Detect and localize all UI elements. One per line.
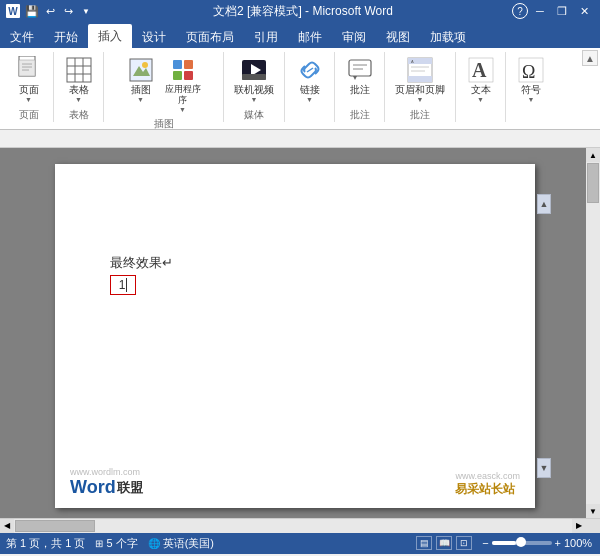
ribbon-group-links: 链接 ▼ [285,52,335,122]
scroll-thumb-h[interactable] [15,520,95,532]
ribbon-group-text: A 文本 ▼ [456,52,506,122]
scroll-down-arrow[interactable]: ▼ [586,504,600,518]
zoom-thumb[interactable] [516,537,526,547]
tab-review[interactable]: 审阅 [332,26,376,48]
scroll-track-v[interactable] [586,162,600,504]
watermark-brand: Word 联盟 [70,477,143,498]
page-nav-up[interactable]: ▲ [537,194,551,214]
document-area: ▲ ▼ 最终效果↵ 1 [0,148,600,518]
zoom-in-btn[interactable]: + [555,537,561,549]
ribbon-collapse-button[interactable]: ▲ [582,50,598,66]
comment-icon [346,56,374,84]
word-count[interactable]: ⊞ 5 个字 [95,536,137,551]
minimize-button[interactable]: ─ [530,3,550,19]
headerfooter-button[interactable]: A 页眉和页脚 ▼ [391,54,449,105]
zoom-track[interactable] [492,541,552,545]
svg-rect-14 [184,60,193,69]
svg-text:A: A [472,59,487,81]
undo-quick-btn[interactable]: ↩ [42,3,58,19]
ribbon-content: 页面 ▼ 页面 表格 ▼ 表格 [0,48,600,130]
illustration-icon [127,56,155,84]
language[interactable]: 🌐 英语(美国) [148,536,214,551]
headerfooter-group-label: 批注 [410,108,430,122]
scroll-thumb-v[interactable] [587,163,599,203]
content-label: 最终效果↵ [110,254,485,272]
ribbon-group-comments: 批注 批注 [335,52,385,122]
page-nav-down[interactable]: ▼ [537,458,551,478]
headerfooter-icon: A [406,56,434,84]
tab-design[interactable]: 设计 [132,26,176,48]
tab-file[interactable]: 文件 [0,26,44,48]
watermark-right-url: www.easck.com [455,471,520,481]
zoom-fill [492,541,516,545]
word-count-text: 5 个字 [106,536,137,551]
text-cursor-indicator [126,278,127,292]
save-quick-btn[interactable]: 💾 [24,3,40,19]
watermark-url: www.wordlm.com [70,467,143,477]
svg-rect-21 [349,60,371,76]
online-video-button[interactable]: 联机视频 ▼ [230,54,278,105]
pages-buttons: 页面 ▼ [11,54,47,106]
illustrations-button[interactable]: 插图 ▼ [123,54,159,105]
page-info[interactable]: 第 1 页，共 1 页 [6,536,85,551]
svg-text:Ω: Ω [522,62,535,82]
tables-button[interactable]: 表格 ▼ [61,54,97,105]
watermark-area: www.wordlm.com Word 联盟 www.easck.com 易采站… [55,467,535,498]
web-layout-btn[interactable]: ⊡ [456,536,472,550]
online-video-label: 联机视频 [234,84,274,96]
language-text: 英语(美国) [163,536,214,551]
tables-buttons: 表格 ▼ [61,54,97,106]
text-cursor-box[interactable]: 1 [110,275,136,295]
pages-button[interactable]: 页面 ▼ [11,54,47,105]
restore-button[interactable]: ❒ [552,3,572,19]
zoom-out-btn[interactable]: − [482,537,488,549]
reading-btn[interactable]: 📖 [436,536,452,550]
ribbon-group-header-footer: A 页眉和页脚 ▼ 批注 [385,52,456,122]
title-bar: W 💾 ↩ ↪ ▼ 文档2 [兼容模式] - Microsoft Word ? … [0,0,600,22]
text-button[interactable]: A 文本 ▼ [463,54,499,105]
cursor-text: 1 [119,278,126,292]
zoom-level[interactable]: 100% [564,537,594,549]
comments-buttons: 批注 [342,54,378,106]
help-button[interactable]: ? [512,3,528,19]
tab-addins[interactable]: 加载项 [420,26,476,48]
links-button[interactable]: 链接 ▼ [292,54,328,105]
scroll-up-arrow[interactable]: ▲ [586,148,600,162]
symbols-label: 符号 [521,84,541,96]
tab-references[interactable]: 引用 [244,26,288,48]
tab-layout[interactable]: 页面布局 [176,26,244,48]
headerfooter-buttons: A 页眉和页脚 ▼ [391,54,449,106]
svg-marker-24 [353,76,357,80]
app-button[interactable]: 应用程序序 ▼ [161,54,205,115]
tab-insert[interactable]: 插入 [88,24,132,48]
text-label: 文本 [471,84,491,96]
omega-icon: Ω [517,56,545,84]
svg-rect-5 [67,58,91,82]
ribbon-group-pages: 页面 ▼ 页面 [4,52,54,122]
svg-rect-1 [19,60,35,76]
customize-quick-btn[interactable]: ▼ [78,3,94,19]
table-icon [65,56,93,84]
close-button[interactable]: ✕ [574,3,594,19]
tab-view[interactable]: 视图 [376,26,420,48]
scroll-track-h[interactable] [14,519,572,533]
language-icon: 🌐 [148,538,160,549]
video-icon [240,56,268,84]
print-layout-btn[interactable]: ▤ [416,536,432,550]
scroll-left-arrow[interactable]: ◀ [0,519,14,533]
scroll-right-arrow[interactable]: ▶ [572,519,586,533]
tables-group-label: 表格 [69,108,89,122]
tab-mailings[interactable]: 邮件 [288,26,332,48]
scrollbar-corner [586,519,600,533]
symbols-button[interactable]: Ω 符号 ▼ [513,54,549,105]
redo-quick-btn[interactable]: ↪ [60,3,76,19]
word-brand: Word [70,477,116,498]
tab-home[interactable]: 开始 [44,26,88,48]
ribbon-group-media: 联机视频 ▼ 媒体 [224,52,285,122]
pages-group-label: 页面 [19,108,39,122]
cursor-area[interactable]: 1 [110,275,136,295]
word-count-icon: ⊞ [95,538,103,549]
comments-button[interactable]: 批注 [342,54,378,98]
doc-scroll-area: ▲ ▼ 最终效果↵ 1 [0,148,600,518]
text-buttons: A 文本 ▼ [463,54,499,120]
